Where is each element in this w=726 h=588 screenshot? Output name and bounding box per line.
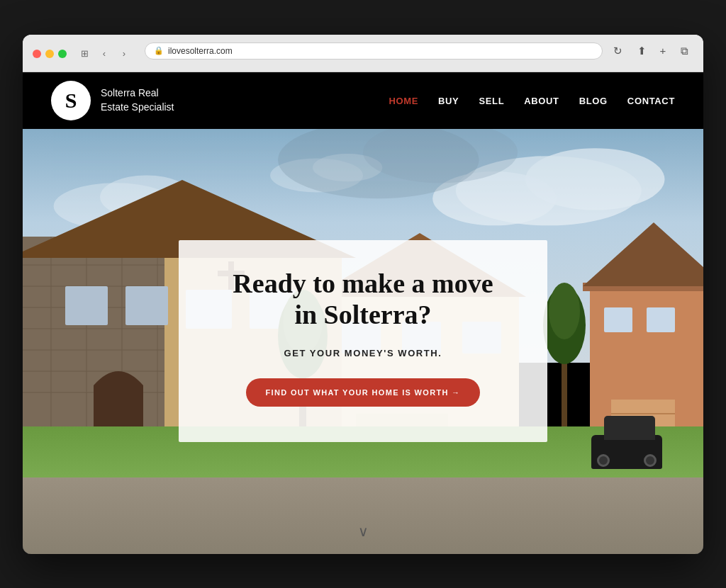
- tabs-button[interactable]: ⧉: [675, 42, 693, 60]
- lock-icon: 🔒: [154, 46, 164, 55]
- forward-button[interactable]: ›: [116, 46, 132, 62]
- logo-link[interactable]: S Solterra Real Estate Specialist: [51, 81, 174, 120]
- nav-links: HOME BUY SELL ABOUT BLOG CONTACT: [389, 94, 675, 107]
- scroll-indicator[interactable]: ∨: [358, 523, 369, 540]
- svg-rect-44: [125, 286, 168, 325]
- url-text: ilovesolterra.com: [168, 46, 233, 56]
- browser-controls: ⊞ ‹ ›: [77, 46, 132, 62]
- nav-sell[interactable]: SELL: [479, 96, 504, 106]
- nav-blog[interactable]: BLOG: [579, 96, 608, 106]
- logo-circle: S: [51, 81, 91, 120]
- logo-text: Solterra Real Estate Specialist: [101, 86, 174, 114]
- sidebar-toggle-button[interactable]: ⊞: [77, 46, 92, 62]
- svg-marker-11: [583, 222, 703, 286]
- svg-point-52: [549, 283, 580, 339]
- logo-letter: S: [65, 89, 77, 113]
- browser-chrome: ⊞ ‹ › 🔒 ilovesolterra.com ↻ ⬆ + ⧉: [23, 35, 703, 72]
- hero-cta-button[interactable]: FIND OUT WHAT YOUR HOME IS WORTH →: [246, 378, 481, 407]
- road: [23, 477, 703, 554]
- nav-buy[interactable]: BUY: [438, 96, 459, 106]
- website-content: S Solterra Real Estate Specialist HOME B…: [23, 72, 703, 554]
- browser-action-buttons: ⬆ + ⧉: [632, 42, 693, 60]
- close-button[interactable]: [33, 50, 41, 58]
- new-tab-button[interactable]: +: [654, 42, 672, 60]
- nav-home[interactable]: HOME: [389, 96, 418, 106]
- reload-button[interactable]: ↻: [608, 42, 627, 60]
- car: [591, 435, 662, 469]
- browser-window: ⊞ ‹ › 🔒 ilovesolterra.com ↻ ⬆ + ⧉: [23, 35, 703, 554]
- share-button[interactable]: ⬆: [632, 42, 651, 60]
- minimize-button[interactable]: [45, 50, 54, 58]
- hero-section: Ready to make a move in Solterra? GET YO…: [23, 129, 703, 554]
- hero-subtitle: GET YOUR MONEY'S WORTH.: [221, 348, 505, 358]
- hero-title: Ready to make a move in Solterra?: [221, 268, 505, 330]
- svg-rect-12: [604, 307, 632, 332]
- traffic-lights: [33, 50, 67, 58]
- nav-about[interactable]: ABOUT: [524, 96, 559, 106]
- maximize-button[interactable]: [58, 50, 67, 58]
- hero-overlay: Ready to make a move in Solterra? GET YO…: [179, 240, 547, 441]
- back-button[interactable]: ‹: [96, 46, 112, 62]
- navigation: S Solterra Real Estate Specialist HOME B…: [23, 72, 703, 129]
- svg-rect-13: [647, 307, 675, 332]
- svg-rect-43: [65, 286, 108, 325]
- address-bar[interactable]: 🔒 ilovesolterra.com: [145, 43, 603, 60]
- nav-contact[interactable]: CONTACT: [627, 96, 675, 106]
